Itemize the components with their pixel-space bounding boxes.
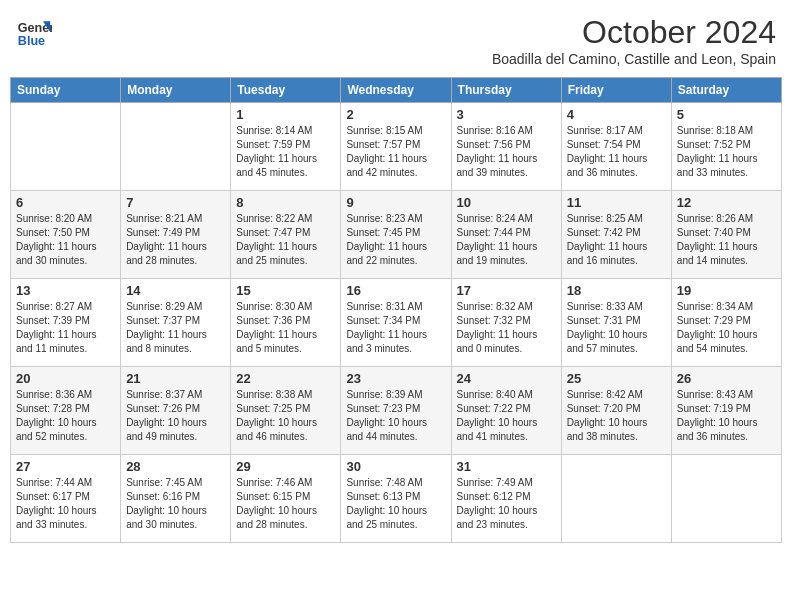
title-area: October 2024 Boadilla del Camino, Castil… [492,14,776,67]
month-title: October 2024 [492,14,776,51]
calendar-cell: 23Sunrise: 8:39 AM Sunset: 7:23 PM Dayli… [341,367,451,455]
day-info: Sunrise: 8:24 AM Sunset: 7:44 PM Dayligh… [457,212,556,268]
day-number: 8 [236,195,335,210]
day-number: 21 [126,371,225,386]
calendar-cell: 30Sunrise: 7:48 AM Sunset: 6:13 PM Dayli… [341,455,451,543]
week-row-4: 27Sunrise: 7:44 AM Sunset: 6:17 PM Dayli… [11,455,782,543]
day-info: Sunrise: 8:37 AM Sunset: 7:26 PM Dayligh… [126,388,225,444]
calendar-cell: 9Sunrise: 8:23 AM Sunset: 7:45 PM Daylig… [341,191,451,279]
day-info: Sunrise: 8:29 AM Sunset: 7:37 PM Dayligh… [126,300,225,356]
day-header-friday: Friday [561,78,671,103]
calendar-cell: 13Sunrise: 8:27 AM Sunset: 7:39 PM Dayli… [11,279,121,367]
day-number: 28 [126,459,225,474]
day-info: Sunrise: 8:16 AM Sunset: 7:56 PM Dayligh… [457,124,556,180]
day-info: Sunrise: 8:18 AM Sunset: 7:52 PM Dayligh… [677,124,776,180]
calendar-cell: 29Sunrise: 7:46 AM Sunset: 6:15 PM Dayli… [231,455,341,543]
day-header-monday: Monday [121,78,231,103]
day-number: 1 [236,107,335,122]
day-header-saturday: Saturday [671,78,781,103]
day-number: 23 [346,371,445,386]
day-number: 16 [346,283,445,298]
week-row-3: 20Sunrise: 8:36 AM Sunset: 7:28 PM Dayli… [11,367,782,455]
day-info: Sunrise: 8:31 AM Sunset: 7:34 PM Dayligh… [346,300,445,356]
calendar-cell: 21Sunrise: 8:37 AM Sunset: 7:26 PM Dayli… [121,367,231,455]
logo: General Blue [16,14,52,50]
day-info: Sunrise: 7:45 AM Sunset: 6:16 PM Dayligh… [126,476,225,532]
day-header-thursday: Thursday [451,78,561,103]
calendar-cell: 26Sunrise: 8:43 AM Sunset: 7:19 PM Dayli… [671,367,781,455]
calendar-cell: 22Sunrise: 8:38 AM Sunset: 7:25 PM Dayli… [231,367,341,455]
day-info: Sunrise: 8:15 AM Sunset: 7:57 PM Dayligh… [346,124,445,180]
calendar-cell: 16Sunrise: 8:31 AM Sunset: 7:34 PM Dayli… [341,279,451,367]
day-number: 26 [677,371,776,386]
day-info: Sunrise: 7:46 AM Sunset: 6:15 PM Dayligh… [236,476,335,532]
day-number: 2 [346,107,445,122]
week-row-2: 13Sunrise: 8:27 AM Sunset: 7:39 PM Dayli… [11,279,782,367]
calendar-cell: 19Sunrise: 8:34 AM Sunset: 7:29 PM Dayli… [671,279,781,367]
day-info: Sunrise: 8:38 AM Sunset: 7:25 PM Dayligh… [236,388,335,444]
week-row-1: 6Sunrise: 8:20 AM Sunset: 7:50 PM Daylig… [11,191,782,279]
calendar-cell: 24Sunrise: 8:40 AM Sunset: 7:22 PM Dayli… [451,367,561,455]
day-info: Sunrise: 8:40 AM Sunset: 7:22 PM Dayligh… [457,388,556,444]
week-row-0: 1Sunrise: 8:14 AM Sunset: 7:59 PM Daylig… [11,103,782,191]
day-number: 3 [457,107,556,122]
day-number: 19 [677,283,776,298]
day-info: Sunrise: 8:21 AM Sunset: 7:49 PM Dayligh… [126,212,225,268]
day-info: Sunrise: 8:36 AM Sunset: 7:28 PM Dayligh… [16,388,115,444]
day-number: 6 [16,195,115,210]
day-header-sunday: Sunday [11,78,121,103]
day-number: 30 [346,459,445,474]
calendar-cell [561,455,671,543]
day-info: Sunrise: 8:34 AM Sunset: 7:29 PM Dayligh… [677,300,776,356]
day-number: 22 [236,371,335,386]
calendar-cell: 17Sunrise: 8:32 AM Sunset: 7:32 PM Dayli… [451,279,561,367]
calendar-table: SundayMondayTuesdayWednesdayThursdayFrid… [10,77,782,543]
calendar-cell [11,103,121,191]
day-number: 12 [677,195,776,210]
day-info: Sunrise: 8:32 AM Sunset: 7:32 PM Dayligh… [457,300,556,356]
day-number: 25 [567,371,666,386]
calendar-cell: 3Sunrise: 8:16 AM Sunset: 7:56 PM Daylig… [451,103,561,191]
day-number: 18 [567,283,666,298]
day-info: Sunrise: 8:17 AM Sunset: 7:54 PM Dayligh… [567,124,666,180]
day-info: Sunrise: 8:42 AM Sunset: 7:20 PM Dayligh… [567,388,666,444]
day-info: Sunrise: 7:48 AM Sunset: 6:13 PM Dayligh… [346,476,445,532]
calendar-cell [671,455,781,543]
calendar-cell: 1Sunrise: 8:14 AM Sunset: 7:59 PM Daylig… [231,103,341,191]
calendar-cell: 31Sunrise: 7:49 AM Sunset: 6:12 PM Dayli… [451,455,561,543]
calendar-header-row: SundayMondayTuesdayWednesdayThursdayFrid… [11,78,782,103]
day-number: 20 [16,371,115,386]
calendar-cell: 28Sunrise: 7:45 AM Sunset: 6:16 PM Dayli… [121,455,231,543]
day-number: 11 [567,195,666,210]
day-info: Sunrise: 8:33 AM Sunset: 7:31 PM Dayligh… [567,300,666,356]
day-info: Sunrise: 8:14 AM Sunset: 7:59 PM Dayligh… [236,124,335,180]
day-number: 17 [457,283,556,298]
day-number: 5 [677,107,776,122]
calendar-cell: 2Sunrise: 8:15 AM Sunset: 7:57 PM Daylig… [341,103,451,191]
day-number: 15 [236,283,335,298]
calendar-cell: 6Sunrise: 8:20 AM Sunset: 7:50 PM Daylig… [11,191,121,279]
day-info: Sunrise: 8:23 AM Sunset: 7:45 PM Dayligh… [346,212,445,268]
day-info: Sunrise: 8:25 AM Sunset: 7:42 PM Dayligh… [567,212,666,268]
calendar-cell: 12Sunrise: 8:26 AM Sunset: 7:40 PM Dayli… [671,191,781,279]
day-info: Sunrise: 7:44 AM Sunset: 6:17 PM Dayligh… [16,476,115,532]
day-number: 4 [567,107,666,122]
day-info: Sunrise: 7:49 AM Sunset: 6:12 PM Dayligh… [457,476,556,532]
calendar-cell: 8Sunrise: 8:22 AM Sunset: 7:47 PM Daylig… [231,191,341,279]
day-info: Sunrise: 8:22 AM Sunset: 7:47 PM Dayligh… [236,212,335,268]
calendar-cell: 10Sunrise: 8:24 AM Sunset: 7:44 PM Dayli… [451,191,561,279]
day-info: Sunrise: 8:26 AM Sunset: 7:40 PM Dayligh… [677,212,776,268]
day-number: 31 [457,459,556,474]
day-number: 27 [16,459,115,474]
calendar-cell: 15Sunrise: 8:30 AM Sunset: 7:36 PM Dayli… [231,279,341,367]
calendar-cell: 25Sunrise: 8:42 AM Sunset: 7:20 PM Dayli… [561,367,671,455]
day-info: Sunrise: 8:27 AM Sunset: 7:39 PM Dayligh… [16,300,115,356]
day-number: 7 [126,195,225,210]
day-number: 9 [346,195,445,210]
location-subtitle: Boadilla del Camino, Castille and Leon, … [492,51,776,67]
calendar-cell: 14Sunrise: 8:29 AM Sunset: 7:37 PM Dayli… [121,279,231,367]
svg-text:Blue: Blue [18,34,45,48]
day-info: Sunrise: 8:43 AM Sunset: 7:19 PM Dayligh… [677,388,776,444]
day-info: Sunrise: 8:20 AM Sunset: 7:50 PM Dayligh… [16,212,115,268]
calendar-cell: 18Sunrise: 8:33 AM Sunset: 7:31 PM Dayli… [561,279,671,367]
